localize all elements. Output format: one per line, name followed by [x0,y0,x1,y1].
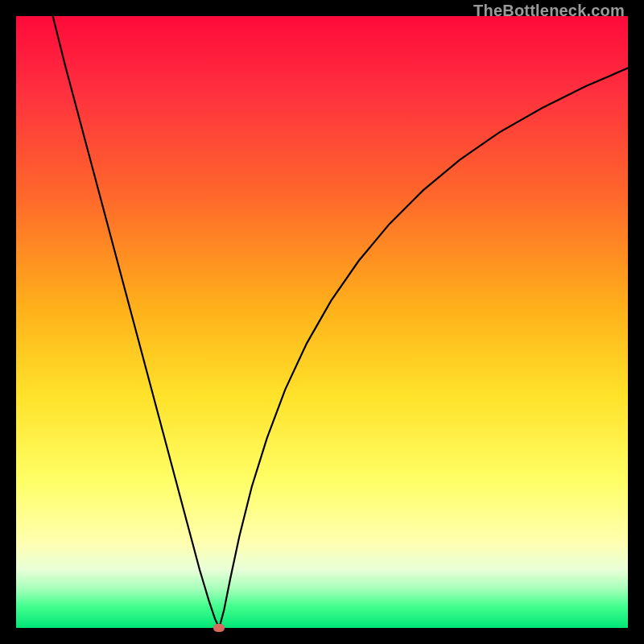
bottleneck-chart [16,16,628,628]
gradient-background [16,16,628,628]
chart-frame [16,16,628,628]
minimum-marker [213,624,225,632]
watermark-text: TheBottleneck.com [473,2,625,20]
